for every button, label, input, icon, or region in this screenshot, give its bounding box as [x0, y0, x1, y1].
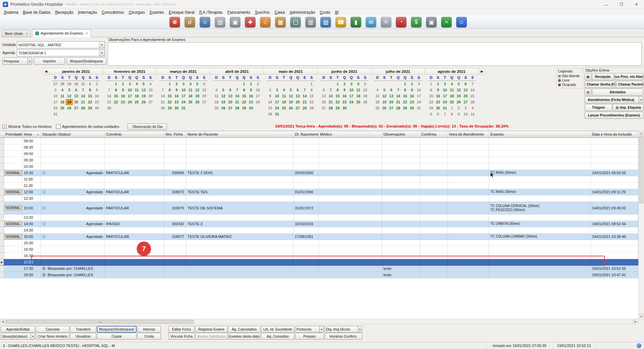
calendar-day[interactable]: 23: [409, 99, 416, 105]
column-header-hora-do-atendimento[interactable]: Hora do Atendimento: [448, 131, 489, 138]
calendar-day[interactable]: 5: [455, 81, 462, 87]
ag-consultas-button[interactable]: Ag. Consultas: [261, 333, 294, 340]
calendar-day[interactable]: 2: [119, 81, 126, 87]
calendar-day[interactable]: 29: [334, 105, 341, 111]
calendar-day[interactable]: 10: [274, 93, 281, 99]
calendar-day[interactable]: 30: [73, 81, 80, 87]
calendar-day[interactable]: 4: [187, 81, 194, 87]
column-header-convenio[interactable]: Convênio: [105, 131, 164, 138]
calendar-day[interactable]: 15: [113, 93, 120, 99]
calendar-day[interactable]: 17: [254, 93, 261, 99]
calendar-day[interactable]: 1: [240, 81, 248, 87]
calendar-day[interactable]: 24: [254, 99, 261, 105]
calendar-day[interactable]: 9: [409, 87, 416, 93]
calendar-day[interactable]: 21: [469, 93, 476, 99]
exames-desta-data-button[interactable]: Exames desta data: [228, 333, 260, 340]
calendar-day[interactable]: 18: [59, 99, 66, 105]
calendar-day[interactable]: 11: [355, 87, 362, 93]
calendar-day[interactable]: 4: [280, 87, 287, 93]
calendar-day[interactable]: 7: [234, 87, 241, 93]
menu-sistema[interactable]: Sistema: [1, 9, 20, 16]
menu-administracao[interactable]: Administração: [287, 9, 317, 16]
calendar-day[interactable]: 20: [294, 99, 301, 105]
calendar-day[interactable]: 1: [448, 105, 455, 111]
copiar-button[interactable]: Copiar: [97, 333, 137, 340]
printer-icon[interactable]: ▣: [426, 17, 437, 28]
power-clock-icon[interactable]: ◔: [396, 17, 407, 28]
calendar-day[interactable]: 7: [106, 87, 113, 93]
calendar-day[interactable]: 6: [294, 87, 301, 93]
calendar-day[interactable]: 28: [59, 81, 66, 87]
calendar-day[interactable]: 17: [415, 93, 422, 99]
calendar-day[interactable]: 17: [348, 93, 355, 99]
calendar-day[interactable]: 14: [301, 93, 308, 99]
calendar-day[interactable]: 28: [469, 99, 476, 105]
calendar-day[interactable]: 9: [341, 87, 348, 93]
calendar-day[interactable]: 29: [428, 105, 435, 111]
internar-button[interactable]: Internar: [137, 326, 161, 333]
calendar-day[interactable]: 11: [187, 87, 194, 93]
calendar-day[interactable]: 10: [52, 93, 59, 99]
calendar-day[interactable]: 27: [294, 105, 301, 111]
calendar-day[interactable]: 12: [381, 93, 388, 99]
calendar-day[interactable]: 14: [159, 93, 166, 99]
imp-etiqueta-button[interactable]: ▣Imp. Etiqueta: [613, 104, 643, 111]
calendar-day[interactable]: 10: [126, 87, 133, 93]
column-header-observacoes[interactable]: Observações: [382, 131, 420, 138]
calendar-day[interactable]: 12: [287, 93, 294, 99]
calendar-day[interactable]: 11: [133, 87, 140, 93]
calendar-day[interactable]: 14: [327, 93, 334, 99]
calendar-day[interactable]: 27: [201, 99, 208, 105]
scroll-down-icon[interactable]: ▼: [639, 314, 644, 319]
calendar-day[interactable]: 8: [113, 87, 120, 93]
lib-hr-excedente-button[interactable]: Lib. Hr. Excedente: [261, 326, 294, 333]
billing-icon[interactable]: $: [411, 17, 422, 28]
calendar-day[interactable]: 27: [320, 105, 327, 111]
calendar-day[interactable]: 26: [140, 99, 147, 105]
calendar-day[interactable]: 9: [173, 87, 180, 93]
calendar-day[interactable]: 11: [448, 87, 455, 93]
calendar-day[interactable]: 24: [441, 99, 448, 105]
table-row-14-00[interactable]: NORMAL14:00AgendadoIPASGO302432TESTE 310…: [0, 221, 638, 227]
chevron-down-icon[interactable]: ▼: [99, 50, 105, 56]
calendar-day[interactable]: 16: [267, 99, 274, 105]
calendar-day[interactable]: 30: [341, 105, 348, 111]
column-header-medico[interactable]: Médico: [319, 131, 382, 138]
calendar-day[interactable]: 5: [66, 87, 73, 93]
horarios-confirm-button[interactable]: Horários Confirm.: [325, 333, 362, 340]
calendar-day[interactable]: 6: [320, 87, 327, 93]
dropdown-arrow-icon[interactable]: ▼: [639, 97, 643, 103]
calendar-day[interactable]: 2: [455, 105, 462, 111]
calendar-day[interactable]: 4: [469, 105, 476, 111]
minimize-button[interactable]: —: [599, 0, 614, 9]
menu-sus-ans[interactable]: Sus/Ans: [253, 9, 272, 16]
calendar-day[interactable]: 25: [280, 105, 287, 111]
calendar-day[interactable]: 30: [435, 105, 442, 111]
calendar-day[interactable]: 15: [87, 93, 94, 99]
calendar-day[interactable]: 18: [213, 99, 220, 105]
calendar-day[interactable]: 8: [87, 87, 94, 93]
calendar-day[interactable]: 15: [166, 93, 173, 99]
schedule-board-icon[interactable]: ▧: [320, 17, 331, 28]
menu-exames[interactable]: Exames: [147, 9, 166, 16]
calendar-day[interactable]: 10: [254, 87, 261, 93]
prev-month-arrow[interactable]: ◀: [43, 68, 49, 74]
agendar-editar-button[interactable]: Agendar/Editar: [1, 326, 35, 333]
column-header-dt-nascimento[interactable]: Dt. Nascimento: [293, 131, 319, 138]
search-patient-icon[interactable]: ☌: [184, 17, 195, 28]
calendar-day[interactable]: 7: [395, 87, 402, 93]
calendar-day[interactable]: 22: [428, 99, 435, 105]
observations-textarea[interactable]: [108, 42, 642, 66]
book-icon[interactable]: ▮: [351, 17, 361, 28]
calendar-day[interactable]: 19: [362, 93, 369, 99]
calendar-day[interactable]: 24: [415, 99, 422, 105]
pesquisar-button[interactable]: Pesquisar ▼: [2, 57, 32, 65]
calendar-day[interactable]: 17: [274, 99, 281, 105]
table-row-15-30[interactable]: 15:30: [0, 240, 638, 246]
criar-novo-horario-button[interactable]: Criar Novo Horário: [36, 333, 69, 340]
calendar-day[interactable]: 22: [113, 99, 120, 105]
calendar-day[interactable]: 20: [388, 99, 395, 105]
calendar-day[interactable]: 10: [462, 111, 469, 117]
chamar-paciente-button[interactable]: ✆Chamar Paciente: [616, 81, 643, 88]
calendar-day[interactable]: 19: [287, 99, 294, 105]
